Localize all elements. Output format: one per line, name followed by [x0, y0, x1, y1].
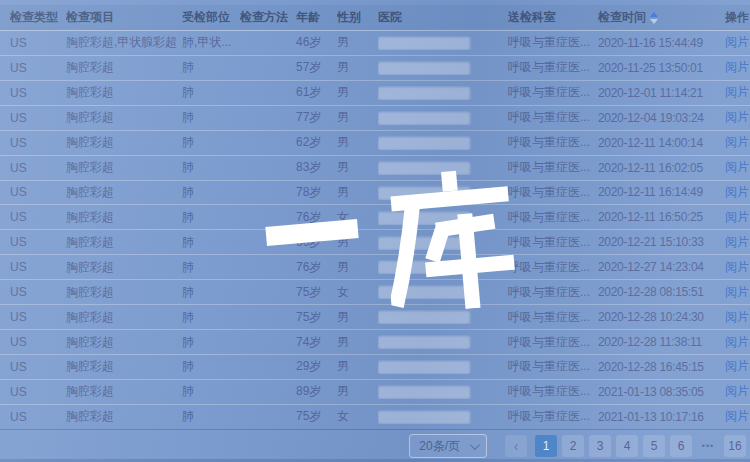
cell-action: 阅片	[725, 159, 750, 176]
cell-gender: 男	[337, 334, 378, 351]
pager-page-6[interactable]: 6	[670, 435, 692, 457]
cell-exam-type: US	[10, 310, 66, 324]
table-row[interactable]: US胸腔彩超肺89岁男呼吸与重症医...2021-01-13 08:35:05阅…	[0, 379, 750, 404]
view-film-link[interactable]: 阅片	[725, 110, 749, 124]
view-film-link[interactable]: 阅片	[725, 160, 749, 174]
table-row[interactable]: US胸腔彩超,甲状腺彩超肺,甲状...46岁男呼吸与重症医...2020-11-…	[0, 30, 750, 55]
cell-gender: 男	[337, 59, 378, 76]
header-exam-time[interactable]: 检查时间	[598, 9, 725, 26]
table-row[interactable]: US胸腔彩超肺76岁男呼吸与重症医...2020-12-27 14:23:04阅…	[0, 254, 750, 279]
cell-gender: 女	[337, 408, 378, 425]
view-film-link[interactable]: 阅片	[725, 135, 749, 149]
table-row[interactable]: US胸腔彩超肺62岁男呼吸与重症医...2020-12-11 14:00:14阅…	[0, 130, 750, 155]
view-film-link[interactable]: 阅片	[725, 235, 749, 249]
cell-exam-time: 2020-12-27 14:23:04	[598, 260, 725, 274]
cell-action: 阅片	[725, 184, 750, 201]
hospital-redacted-value	[378, 286, 470, 299]
cell-hospital	[378, 111, 508, 125]
table-row[interactable]: US胸腔彩超肺76岁女呼吸与重症医...2020-12-11 16:50:25阅…	[0, 204, 750, 229]
cell-exam-item: 胸腔彩超	[66, 408, 182, 425]
view-film-link[interactable]: 阅片	[725, 210, 749, 224]
pager-ellipsis[interactable]: •••	[697, 435, 719, 457]
cell-action: 阅片	[725, 284, 750, 301]
pager-page-4[interactable]: 4	[616, 435, 638, 457]
cell-department: 呼吸与重症医...	[508, 284, 598, 301]
cell-department: 呼吸与重症医...	[508, 84, 598, 101]
pager-page-3[interactable]: 3	[589, 435, 611, 457]
header-hospital: 医院	[378, 9, 508, 26]
view-film-link[interactable]: 阅片	[725, 185, 749, 199]
cell-department: 呼吸与重症医...	[508, 358, 598, 375]
view-film-link[interactable]: 阅片	[725, 260, 749, 274]
cell-gender: 男	[337, 234, 378, 251]
table-row[interactable]: US胸腔彩超肺61岁男呼吸与重症医...2020-12-01 11:14:21阅…	[0, 80, 750, 105]
cell-department: 呼吸与重症医...	[508, 34, 598, 51]
cell-gender: 男	[337, 383, 378, 400]
header-action: 操作	[725, 9, 750, 26]
page-size-select[interactable]: 20条/页	[409, 434, 487, 458]
chevron-down-icon	[470, 440, 480, 450]
table-row[interactable]: US胸腔彩超肺78岁男呼吸与重症医...2020-12-11 16:14:49阅…	[0, 180, 750, 205]
hospital-redacted-value	[378, 162, 470, 175]
hospital-redacted-value	[378, 336, 470, 349]
sort-icon[interactable]	[650, 12, 658, 24]
table-row[interactable]: US胸腔彩超肺83岁男呼吸与重症医...2020-12-11 16:02:05阅…	[0, 155, 750, 180]
cell-exam-time: 2020-12-11 16:50:25	[598, 210, 725, 224]
pager-page-2[interactable]: 2	[562, 435, 584, 457]
cell-exam-type: US	[10, 136, 66, 150]
cell-exam-time: 2020-12-01 11:14:21	[598, 86, 725, 100]
cell-exam-time: 2020-12-11 16:14:49	[598, 185, 725, 199]
table-row[interactable]: US胸腔彩超肺75岁女呼吸与重症医...2021-01-13 10:17:16阅…	[0, 404, 750, 429]
cell-gender: 女	[337, 284, 378, 301]
table-row[interactable]: US胸腔彩超肺29岁男呼吸与重症医...2020-12-28 16:45:15阅…	[0, 354, 750, 379]
table-row[interactable]: US胸腔彩超肺75岁男呼吸与重症医...2020-12-28 10:24:30阅…	[0, 304, 750, 329]
hospital-redacted-value	[378, 87, 470, 100]
sort-desc-caret-icon	[650, 19, 658, 24]
header-gender: 性别	[337, 9, 378, 26]
cell-department: 呼吸与重症医...	[508, 159, 598, 176]
pager-page-5[interactable]: 5	[643, 435, 665, 457]
view-film-link[interactable]: 阅片	[725, 60, 749, 74]
pager-page-1[interactable]: 1	[535, 435, 557, 457]
table-row[interactable]: US胸腔彩超肺74岁男呼吸与重症医...2020-12-28 11:38:11阅…	[0, 329, 750, 354]
view-film-link[interactable]: 阅片	[725, 35, 749, 49]
cell-department: 呼吸与重症医...	[508, 309, 598, 326]
hospital-redacted-value	[378, 386, 470, 399]
cell-age: 75岁	[296, 284, 337, 301]
table-row[interactable]: US胸腔彩超肺75岁女呼吸与重症医...2020-12-28 08:15:51阅…	[0, 279, 750, 304]
cell-hospital	[378, 360, 508, 374]
cell-exam-type: US	[10, 260, 66, 274]
hospital-redacted-value	[378, 237, 470, 250]
cell-age: 89岁	[296, 383, 337, 400]
cell-exam-time: 2020-11-16 15:44:49	[598, 36, 725, 50]
view-film-link[interactable]: 阅片	[725, 85, 749, 99]
pager-page-16[interactable]: 16	[724, 435, 746, 457]
cell-exam-type: US	[10, 285, 66, 299]
cell-body-part: 肺	[182, 109, 240, 126]
cell-exam-item: 胸腔彩超	[66, 134, 182, 151]
view-film-link[interactable]: 阅片	[725, 359, 749, 373]
header-department: 送检科室	[508, 9, 598, 26]
cell-exam-type: US	[10, 161, 66, 175]
table-row[interactable]: US胸腔彩超肺77岁男呼吸与重症医...2020-12-04 19:03:24阅…	[0, 105, 750, 130]
view-film-link[interactable]: 阅片	[725, 285, 749, 299]
view-film-link[interactable]: 阅片	[725, 409, 749, 423]
hospital-redacted-value	[378, 212, 470, 225]
cell-body-part: 肺	[182, 84, 240, 101]
hospital-redacted-value	[378, 311, 470, 324]
view-film-link[interactable]: 阅片	[725, 310, 749, 324]
view-film-link[interactable]: 阅片	[725, 335, 749, 349]
cell-age: 62岁	[296, 134, 337, 151]
cell-gender: 男	[337, 309, 378, 326]
prev-page-button[interactable]: ‹	[505, 435, 527, 457]
cell-gender: 男	[337, 259, 378, 276]
view-film-link[interactable]: 阅片	[725, 384, 749, 398]
cell-department: 呼吸与重症医...	[508, 184, 598, 201]
table-row[interactable]: US胸腔彩超肺66岁男呼吸与重症医...2020-12-21 15:10:33阅…	[0, 229, 750, 254]
cell-exam-type: US	[10, 335, 66, 349]
cell-exam-type: US	[10, 61, 66, 75]
cell-action: 阅片	[725, 209, 750, 226]
hospital-redacted-value	[378, 62, 470, 75]
table-row[interactable]: US胸腔彩超肺57岁男呼吸与重症医...2020-11-25 13:50:01阅…	[0, 55, 750, 80]
cell-department: 呼吸与重症医...	[508, 408, 598, 425]
